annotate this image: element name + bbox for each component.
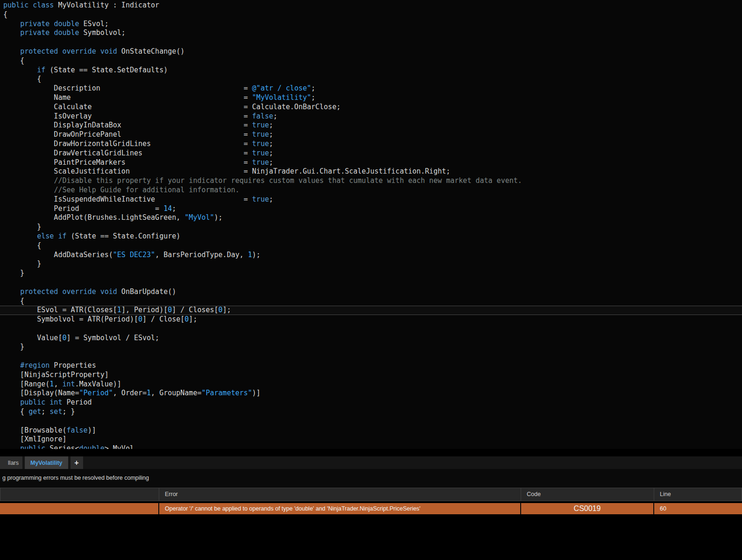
error-code-cell: CS0019 [521,503,654,514]
code-line-current[interactable]: ESvol = ATR(Closes[1], Period)[0] / Clos… [0,306,742,315]
error-line-cell: 60 [654,503,742,514]
tab-dollars[interactable]: llars [0,456,22,469]
error-table: Error Code Line Operator '/' cannot be a… [0,488,742,514]
code-line[interactable] [0,278,742,287]
error-message-cell: Operator '/' cannot be applied to operan… [159,503,521,514]
code-line[interactable]: Value[0] = Symbolvol / ESvol; [0,334,742,343]
code-line[interactable]: Calculate = Calculate.OnBarClose; [0,103,742,112]
error-table-header: Error Code Line [0,488,742,501]
tab-label: llars [8,460,19,466]
code-line[interactable] [0,324,742,334]
code-line[interactable]: } [0,223,742,232]
code-area[interactable]: public class MyVolatility : Indicator{ p… [0,0,742,449]
code-line[interactable]: } [0,259,742,269]
column-header-line[interactable]: Line [654,488,742,501]
code-line[interactable] [0,38,742,47]
column-header-file[interactable] [0,488,159,501]
code-line[interactable]: protected override void OnBarUpdate() [0,287,742,297]
add-tab-button[interactable]: + [71,456,83,469]
code-line[interactable]: Period = 14; [0,204,742,214]
compile-status-bar: g programming errors must be resolved be… [0,469,742,488]
code-line[interactable] [0,352,742,361]
code-line[interactable]: [NinjaScriptProperty] [0,371,742,380]
code-line[interactable]: DrawHorizontalGridLines = true; [0,140,742,149]
code-line[interactable]: public Series<double> MyVol [0,444,742,449]
code-line[interactable]: { [0,297,742,306]
column-header-code[interactable]: Code [521,488,654,501]
code-line[interactable]: { [0,241,742,251]
code-line[interactable]: if (State == State.SetDefaults) [0,66,742,75]
code-line[interactable]: DrawVerticalGridLines = true; [0,149,742,158]
code-line[interactable]: IsOverlay = false; [0,112,742,121]
tab-myvolatility[interactable]: MyVolatility [25,456,68,469]
code-line[interactable]: AddPlot(Brushes.LightSeaGreen, "MyVol"); [0,213,742,223]
code-line[interactable]: { [0,75,742,84]
code-line[interactable]: } [0,343,742,352]
code-line[interactable]: { get; set; } [0,407,742,417]
error-file-cell [0,503,159,514]
code-line[interactable]: } [0,269,742,278]
column-header-error[interactable]: Error [159,488,521,501]
error-row[interactable]: Operator '/' cannot be applied to operan… [0,503,742,514]
code-line[interactable] [0,417,742,426]
ninjascript-editor-window: public class MyVolatility : Indicator{ p… [0,0,742,560]
code-line[interactable]: DrawOnPricePanel = true; [0,130,742,140]
code-line[interactable]: //See Help Guide for additional informat… [0,186,742,195]
code-line[interactable]: { [0,56,742,66]
code-line[interactable]: public class MyVolatility : Indicator [0,1,742,10]
code-line[interactable]: [Browsable(false)] [0,426,742,435]
code-line[interactable]: protected override void OnStateChange() [0,47,742,56]
code-line[interactable]: ScaleJustification = NinjaTrader.Gui.Cha… [0,167,742,176]
tab-label: MyVolatility [30,460,63,466]
compile-status-message: g programming errors must be resolved be… [2,475,149,481]
code-line[interactable]: #region Properties [0,361,742,371]
code-line[interactable]: [Display(Name="Period", Order=1, GroupNa… [0,389,742,398]
code-line[interactable]: else if (State == State.Configure) [0,232,742,241]
code-line[interactable]: AddDataSeries("ES DEC23", BarsPeriodType… [0,251,742,260]
code-line[interactable]: IsSuspendedWhileInactive = true; [0,195,742,204]
code-line[interactable]: private double ESvol; [0,20,742,29]
code-line[interactable]: Name = "MyVolatility"; [0,93,742,103]
plus-icon: + [74,459,78,467]
code-line[interactable]: private double Symbolvol; [0,28,742,38]
code-line[interactable]: //Disable this property if your indicato… [0,176,742,186]
code-line[interactable]: public int Period [0,398,742,407]
code-line[interactable]: Description = @"atr / close"; [0,84,742,93]
editor-tab-bar: llars MyVolatility + [0,456,742,469]
code-line[interactable]: [Range(1, int.MaxValue)] [0,380,742,389]
code-line[interactable]: [XmlIgnore] [0,435,742,444]
code-line[interactable]: DisplayInDataBox = true; [0,121,742,130]
code-line[interactable]: Symbolvol = ATR(Period)[0] / Close[0]; [0,315,742,324]
code-line[interactable]: PaintPriceMarkers = true; [0,158,742,168]
code-line[interactable]: { [0,10,742,20]
